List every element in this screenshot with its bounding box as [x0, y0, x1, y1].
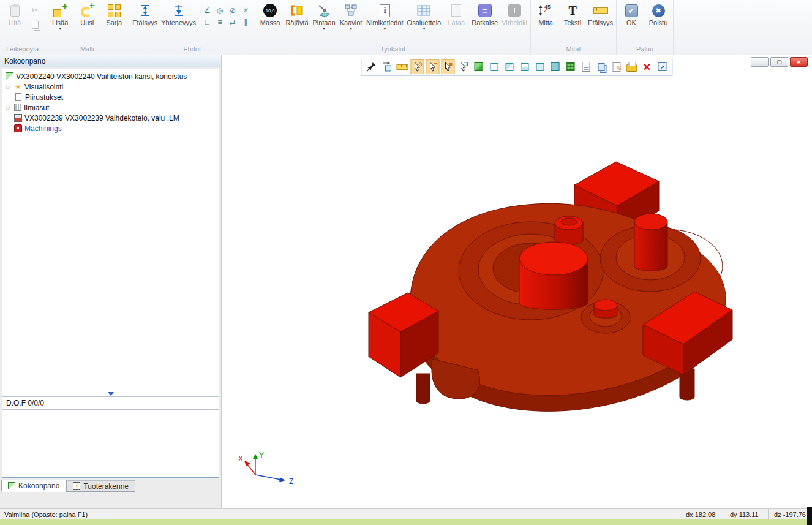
3d-model[interactable]	[222, 55, 812, 508]
axis-triad: X Y Z	[237, 450, 304, 488]
cursor-face-icon	[443, 62, 453, 72]
delete-button[interactable]: ✕	[641, 59, 654, 74]
axis-x-label: X	[238, 455, 243, 463]
to-surface-button[interactable]: Pintaan ▾	[310, 1, 337, 31]
part-icon	[14, 114, 22, 122]
tab-label: Kokoonpano	[18, 482, 59, 490]
part-list-icon	[416, 3, 432, 18]
swap-icon: ⇄	[230, 18, 236, 26]
part-list-button[interactable]: Osaluettelo ▾	[405, 1, 443, 31]
tree-item-visualization[interactable]: ▷ ☀ Visualisointi	[4, 81, 219, 92]
tab-assembly[interactable]: Kokoonpano	[1, 480, 66, 492]
cursor-box-icon	[459, 62, 468, 72]
tree-item-appearances[interactable]: ▷ Ilmiasut	[4, 102, 219, 113]
splitter-handle-icon[interactable]	[108, 392, 114, 396]
wireframe-view-button[interactable]	[487, 59, 501, 74]
ribbon-group-tools: 10,0 Massa Räjäytä Pintaan ▾ Ka	[255, 0, 531, 55]
axis-y-label: Y	[259, 451, 264, 459]
restore-button[interactable]: ▢	[770, 57, 788, 67]
minimize-icon: —	[757, 59, 762, 65]
ribbon: Liitä ✂ Leikepöytä + Lisää ▾ + Uusi Sarj…	[0, 0, 812, 55]
hidden-line-view-button[interactable]	[503, 59, 516, 74]
tree-item-label: VX3002239 VX3002239 Vaihdekotelo, valu .…	[24, 114, 179, 123]
cut-button[interactable]: ✂	[28, 4, 42, 15]
group-label-tools: Työkalut	[257, 45, 529, 55]
tab-product-structure[interactable]: i Tuoterakenne	[66, 480, 135, 492]
snap-face-mode-button[interactable]	[442, 59, 455, 74]
mass-button[interactable]: 10,0 Massa	[257, 1, 284, 26]
chevron-down-icon: ▾	[383, 26, 386, 31]
tangent-constraint-button[interactable]: ⊘	[227, 6, 238, 15]
tree-item-root[interactable]: VX3002240 VX3002240 Vaihteiston kansi, k…	[4, 71, 219, 81]
diagrams-button[interactable]: Kaaviot ▾	[337, 1, 364, 31]
shaded-edges-view-button[interactable]	[518, 59, 532, 74]
mass-label: Massa	[260, 19, 280, 26]
error-log-button[interactable]: ! Virheloki	[500, 1, 529, 26]
expander-icon[interactable]: ▷	[6, 84, 12, 90]
bottom-strip	[0, 519, 812, 525]
star-icon: ✳	[242, 6, 249, 15]
series-button[interactable]: Sarja	[100, 1, 127, 26]
solve-button[interactable]: = Ratkaise	[470, 1, 500, 26]
ruler-icon	[593, 7, 608, 14]
wire-cube-icon	[490, 63, 498, 71]
copy-button[interactable]	[28, 19, 42, 30]
transparent-view-button[interactable]	[549, 59, 562, 74]
distance-constraint-button[interactable]: Etäisyys	[130, 1, 159, 26]
distance-dim-button[interactable]: Etäisyys	[586, 1, 615, 26]
sun-icon: ☀	[14, 83, 22, 91]
tangent-icon: ⊘	[230, 6, 236, 15]
select-part-button[interactable]	[457, 59, 470, 74]
item-data-button[interactable]: i Nimiketiedot ▾	[364, 1, 405, 31]
angle-constraint-button[interactable]: ∠	[201, 6, 212, 15]
chevron-down-icon: ▾	[323, 26, 325, 31]
minimize-button[interactable]: —	[751, 57, 769, 67]
tree-item-machinings[interactable]: Machinings	[4, 123, 219, 134]
parallel-constraint-button[interactable]: ∥	[240, 17, 251, 27]
measure-button[interactable]: 45 Mitta	[532, 1, 559, 26]
add-component-button[interactable]: + Lisää ▾	[47, 1, 73, 31]
ruler-icon	[396, 64, 408, 70]
edit-sheet-button[interactable]: ✎	[610, 59, 623, 74]
series-label: Sarja	[106, 19, 122, 26]
exit-button[interactable]: ✖ Poistu	[645, 1, 672, 26]
snap-edge-mode-button[interactable]	[426, 59, 440, 74]
3d-viewport[interactable]: ✎ ✕ ↗ — ▢ ✕	[222, 55, 812, 508]
status-message: Valmiina (Opaste: paina F1)	[0, 509, 92, 519]
feature-list-button[interactable]	[579, 59, 593, 74]
align-constraint-button[interactable]: ≡	[214, 17, 225, 27]
drag-measure-button[interactable]	[380, 59, 394, 74]
ok-button[interactable]: ✔ OK	[618, 1, 645, 26]
concentric-constraint-button[interactable]: ◎	[214, 6, 225, 15]
pin-button[interactable]	[365, 59, 378, 74]
grid-view-button[interactable]	[564, 59, 577, 74]
text-button[interactable]: T Teksti	[559, 1, 586, 26]
swap-constraint-button[interactable]: ⇄	[227, 17, 238, 27]
ribbon-group-return: ✔ OK ✖ Poistu Paluu	[617, 0, 674, 55]
snap-constraint-button[interactable]: ✳	[240, 6, 251, 15]
model-right-cylinder	[634, 214, 667, 271]
coincidence-button[interactable]: Yhtenevyys	[159, 1, 198, 26]
tree-item-part[interactable]: VX3002239 VX3002239 Vaihdekotelo, valu .…	[4, 113, 219, 123]
model-capped-cylinder	[555, 216, 583, 244]
expander-icon[interactable]: ▷	[6, 105, 12, 111]
shaded-view-button[interactable]	[533, 59, 547, 74]
load-button[interactable]: Lataa	[443, 1, 470, 26]
new-component-button[interactable]: + Uusi	[73, 1, 100, 26]
perpendicular-constraint-button[interactable]: ∟	[201, 17, 212, 27]
copy-view-button[interactable]	[595, 59, 608, 74]
snap-point-mode-button[interactable]	[411, 59, 424, 74]
status-dx: dx 182.08	[680, 509, 724, 519]
error-log-icon: !	[508, 4, 521, 17]
tab-label: Tuoterakenne	[83, 482, 129, 491]
chevron-down-icon: ▾	[423, 26, 425, 31]
export-view-button[interactable]: ↗	[656, 59, 669, 74]
paste-button[interactable]: Liitä	[1, 1, 28, 26]
print-button[interactable]	[625, 59, 639, 74]
appearances-icon	[14, 104, 21, 111]
tree-item-drawings[interactable]: Piirustukset	[4, 92, 219, 102]
measure-tool-button[interactable]	[396, 59, 409, 74]
close-button[interactable]: ✕	[790, 57, 808, 67]
explode-button[interactable]: Räjäytä	[284, 1, 310, 26]
solid-view-button[interactable]	[472, 59, 486, 74]
